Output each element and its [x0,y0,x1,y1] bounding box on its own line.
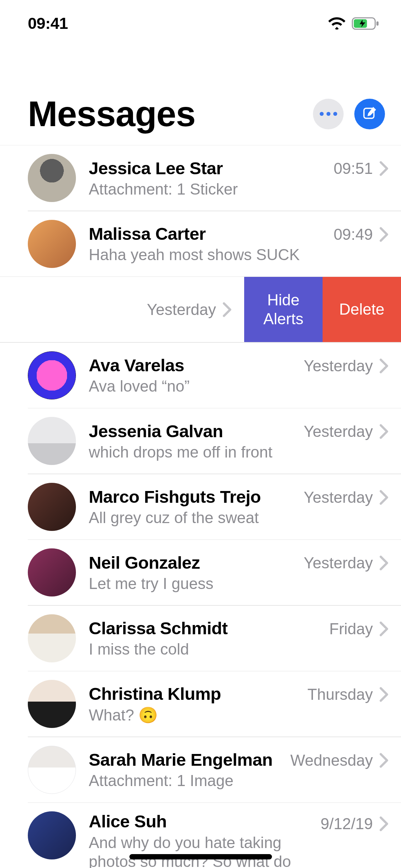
status-time: 09:41 [28,14,68,33]
conversation-name: Guterriez [0,290,143,310]
avatar [28,483,76,531]
status-bar: 09:41 [0,0,401,47]
avatar [28,220,76,268]
conversation-row[interactable]: Neil Gonzalez Let me try I guess Yesterd… [0,540,401,605]
conversation-name: Clarissa Schmidt [89,618,326,638]
conversation-time: Yesterday [304,357,373,375]
conversation-time: 9/12/19 [320,815,373,833]
conversation-row[interactable]: Jessica Lee Star Attachment: 1 Sticker 0… [0,145,401,211]
chevron-right-icon [379,621,389,636]
conversation-name: Marco Fishguts Trejo [89,487,300,507]
conversation-row-swiped[interactable]: Guterriez hat Yesterday Hide Alerts Dele… [0,277,401,342]
delete-button[interactable]: Delete [323,277,401,342]
conversation-time: Yesterday [304,489,373,506]
hide-alerts-button[interactable]: Hide Alerts [244,277,323,342]
compose-icon [362,105,377,123]
avatar [28,548,76,596]
conversation-row[interactable]: Marco Fishguts Trejo All grey cuz of the… [0,474,401,539]
avatar [28,351,76,399]
page-title: Messages [28,93,195,134]
conversation-row[interactable]: Clarissa Schmidt I miss the cold Friday [0,606,401,671]
conversation-name: Jessenia Galvan [89,421,300,441]
conversation-time: Wednesday [290,751,373,769]
avatar [28,811,76,859]
conversation-time: 09:49 [334,226,373,243]
avatar [28,746,76,794]
more-options-button[interactable] [313,99,344,129]
conversation-time: Yesterday [304,554,373,572]
status-indicators [328,17,380,30]
chevron-right-icon [379,227,389,242]
conversation-time: Yesterday [147,301,216,319]
svg-rect-2 [376,21,379,26]
chevron-right-icon [379,556,389,570]
conversation-preview: which drops me off in front [89,443,300,461]
wifi-icon [328,17,345,30]
conversation-time: 09:51 [334,160,373,177]
compose-button[interactable] [354,99,385,129]
conversation-preview: Ava loved “no” [89,377,300,395]
conversation-preview: And why do you hate taking photos so muc… [89,833,317,868]
chevron-right-icon [379,161,389,176]
chevron-right-icon [379,753,389,768]
conversation-row[interactable]: Christina Klump What? 🙃 Thursday [0,671,401,737]
conversation-row[interactable]: Ava Varelas Ava loved “no” Yesterday [0,343,401,408]
conversation-name: Alice Suh [89,811,317,831]
conversation-preview: Attachment: 1 Image [89,772,287,790]
conversation-time: Yesterday [304,423,373,440]
conversation-name: Malissa Carter [89,224,330,244]
avatar [28,680,76,728]
conversation-list[interactable]: Jessica Lee Star Attachment: 1 Sticker 0… [0,145,401,863]
conversation-preview: Haha yeah most shows SUCK [89,246,330,264]
chevron-right-icon [379,816,389,831]
battery-charging-icon [352,17,380,30]
page-header: Messages [0,47,401,145]
avatar [28,417,76,465]
chevron-right-icon [379,424,389,439]
avatar [28,154,76,202]
conversation-name: Ava Varelas [89,355,300,375]
conversation-preview: Let me try I guess [89,575,300,593]
conversation-time: Friday [329,620,373,638]
chevron-right-icon [222,302,232,317]
conversation-time: Thursday [308,686,373,703]
chevron-right-icon [379,687,389,702]
conversation-preview: hat [0,312,143,330]
header-actions [313,99,385,129]
conversation-row[interactable]: Jessenia Galvan which drops me off in fr… [0,408,401,474]
conversation-preview: All grey cuz of the sweat [89,509,300,527]
conversation-preview: Attachment: 1 Sticker [89,180,330,198]
conversation-name: Neil Gonzalez [89,553,300,573]
chevron-right-icon [379,358,389,373]
conversation-preview: I miss the cold [89,640,326,658]
conversation-row[interactable]: Malissa Carter Haha yeah most shows SUCK… [0,211,401,277]
chevron-right-icon [379,490,389,505]
home-indicator[interactable] [129,854,272,859]
conversation-name: Jessica Lee Star [89,158,330,178]
conversation-row[interactable]: Sarah Marie Engelman Attachment: 1 Image… [0,737,401,802]
conversation-name: Christina Klump [89,684,304,704]
conversation-preview: What? 🙃 [89,706,304,724]
ellipsis-icon [320,112,337,116]
conversation-name: Sarah Marie Engelman [89,750,287,770]
avatar [28,614,76,662]
